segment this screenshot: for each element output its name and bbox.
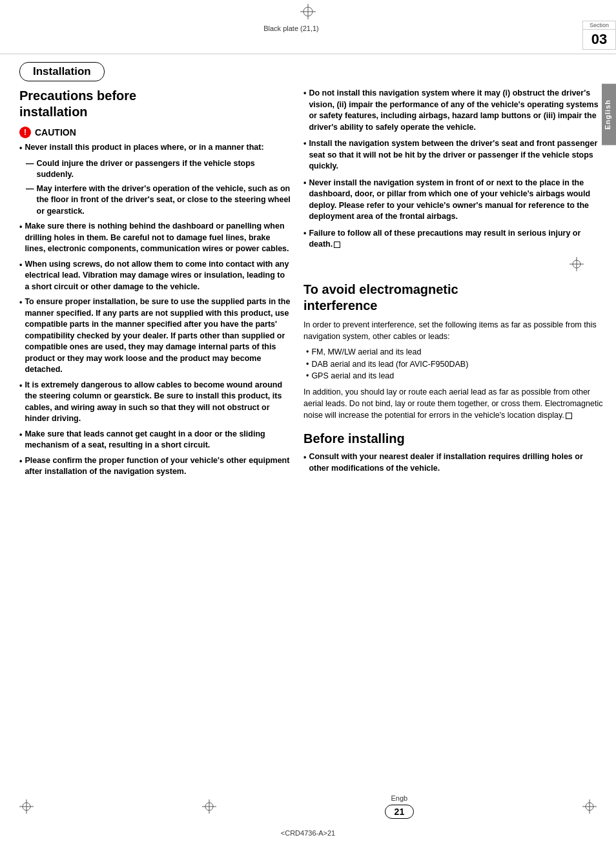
- installation-bar: Installation: [19, 62, 105, 81]
- right-bullets: • Do not install this navigation system …: [303, 88, 603, 251]
- item-text: FM, MW/LW aerial and its lead: [311, 346, 421, 358]
- right-crosshair-container: [303, 257, 603, 271]
- list-item: • When using screws, do not allow them t…: [19, 259, 291, 293]
- list-item: • It is extremely dangerous to allow cab…: [19, 380, 291, 425]
- bottom-right-crosshair: [582, 799, 597, 814]
- precautions-title-line1: Precautions before: [19, 88, 291, 104]
- dash: —: [26, 183, 34, 218]
- list-item: — Could injure the driver or passengers …: [26, 158, 291, 181]
- caution-icon: !: [19, 127, 31, 138]
- sub-text: May interfere with the driver's operatio…: [37, 183, 291, 218]
- doc-ref: <CRD4736-A>21: [281, 829, 335, 837]
- list-item: — May interfere with the driver's operat…: [26, 183, 291, 218]
- bullet-text: Never install this product in places whe…: [25, 142, 263, 154]
- bullet-dot: •: [303, 138, 306, 172]
- list-item: • Please confirm the proper function of …: [19, 455, 291, 478]
- bullet-dot: •: [306, 370, 309, 382]
- list-item: • Install the navigation system between …: [303, 138, 603, 172]
- item-text: GPS aerial and its lead: [311, 370, 394, 382]
- electromagnetic-items: • FM, MW/LW aerial and its lead • DAB ae…: [306, 346, 603, 382]
- doc-ref-container: <CRD4736-A>21: [0, 828, 616, 844]
- list-item: • Consult with your nearest dealer if in…: [303, 451, 603, 474]
- bullet-text: Make sure there is nothing behind the da…: [25, 221, 291, 255]
- stop-symbol-2: [566, 413, 572, 419]
- bullet-text: Please confirm the proper function of yo…: [25, 455, 291, 478]
- bullet-dot: •: [19, 221, 22, 255]
- electromagnetic-intro: In order to prevent interference, set th…: [303, 319, 603, 342]
- bullet-dot: •: [306, 346, 309, 358]
- plate-text: Black plate (21,1): [263, 25, 319, 32]
- footer: Engb 21: [0, 781, 616, 828]
- list-item: • Make sure there is nothing behind the …: [19, 221, 291, 255]
- electromagnetic-title-line1: To avoid electromagnetic: [303, 282, 458, 296]
- bullet-dot: •: [19, 297, 22, 376]
- page-wrapper: Black plate (21,1) Section 03 English In…: [0, 0, 616, 844]
- bullet-text: Consult with your nearest dealer if inst…: [309, 451, 603, 474]
- electromagnetic-title-line2: interference: [303, 298, 378, 313]
- bullet-text: Do not install this navigation system wh…: [309, 88, 603, 133]
- bullet-text: Never install the navigation system in f…: [309, 178, 603, 223]
- bullet-dot: •: [303, 228, 306, 251]
- main-content: Precautions before installation ! CAUTIO…: [0, 88, 616, 781]
- bullet-dot: •: [19, 143, 22, 154]
- bullet-dot: •: [303, 88, 306, 133]
- before-installing-bullets: • Consult with your nearest dealer if in…: [303, 451, 603, 474]
- list-item: • Do not install this navigation system …: [303, 88, 603, 133]
- page-number-badge: 21: [385, 805, 415, 819]
- section-badge: Section 03: [582, 21, 616, 50]
- item-text: DAB aerial and its lead (for AVIC-F950DA…: [311, 358, 468, 371]
- left-column: Precautions before installation ! CAUTIO…: [19, 88, 291, 781]
- bottom-left-crosshair: [19, 799, 34, 814]
- stop-symbol: [334, 242, 340, 248]
- before-installing-title: Before installing: [303, 431, 603, 446]
- electromagnetic-body: In addition, you should lay or route eac…: [303, 386, 603, 421]
- list-item: • FM, MW/LW aerial and its lead: [306, 346, 603, 358]
- list-item: • GPS aerial and its lead: [306, 370, 603, 382]
- bullet-dot: •: [19, 456, 22, 478]
- caution-bullets: • Never install this product in places w…: [19, 142, 291, 154]
- section-number: 03: [583, 30, 615, 49]
- bullet-text: When using screws, do not allow them to …: [25, 259, 291, 293]
- right-column: • Do not install this navigation system …: [303, 88, 603, 781]
- section-label: Section: [583, 21, 615, 30]
- sub-list-1: — Could injure the driver or passengers …: [26, 158, 291, 218]
- list-item: • Never install this product in places w…: [19, 142, 291, 154]
- caution-bullets-2: • Make sure there is nothing behind the …: [19, 221, 291, 478]
- dash: —: [26, 158, 34, 181]
- english-tab: English: [602, 84, 616, 145]
- bullet-dot: •: [19, 380, 22, 425]
- bullet-text: To ensure proper installation, be sure t…: [25, 296, 291, 376]
- list-item: • Failure to follow all of these precaut…: [303, 228, 603, 251]
- precautions-title: Precautions before installation: [19, 88, 291, 120]
- bottom-center-crosshair: [202, 799, 216, 814]
- electromagnetic-title: To avoid electromagnetic interference: [303, 282, 603, 314]
- bullet-text: It is extremely dangerous to allow cable…: [25, 380, 291, 425]
- sub-text: Could injure the driver or passengers if…: [37, 158, 291, 181]
- bullet-text: Failure to follow all of these precautio…: [309, 228, 603, 251]
- bullet-dot: •: [19, 260, 22, 293]
- bullet-text: Install the navigation system between th…: [309, 138, 603, 172]
- bullet-dot: •: [19, 429, 22, 451]
- page-num-container: Engb 21: [385, 794, 415, 819]
- bullet-text: Make sure that leads cannot get caught i…: [25, 429, 291, 451]
- electromagnetic-section: To avoid electromagnetic interference In…: [303, 282, 603, 422]
- bullet-dot: •: [303, 178, 306, 223]
- top-crosshair-row: [0, 0, 616, 21]
- precautions-title-line2: installation: [19, 104, 291, 120]
- engb-label: Engb: [391, 794, 408, 802]
- list-item: • To ensure proper installation, be sure…: [19, 296, 291, 376]
- header-divider: [0, 54, 616, 54]
- caution-header: ! CAUTION: [19, 127, 291, 138]
- caution-label: CAUTION: [35, 127, 76, 138]
- right-crosshair-icon: [570, 257, 584, 271]
- installation-bar-container: Installation: [0, 58, 616, 88]
- bullet-dot: •: [306, 358, 309, 371]
- top-crosshair-icon: [300, 4, 316, 19]
- list-item: • Make sure that leads cannot get caught…: [19, 429, 291, 451]
- list-item: • DAB aerial and its lead (for AVIC-F950…: [306, 358, 603, 371]
- list-item: • Never install the navigation system in…: [303, 178, 603, 223]
- before-installing-section: Before installing • Consult with your ne…: [303, 431, 603, 474]
- bullet-dot: •: [303, 452, 306, 474]
